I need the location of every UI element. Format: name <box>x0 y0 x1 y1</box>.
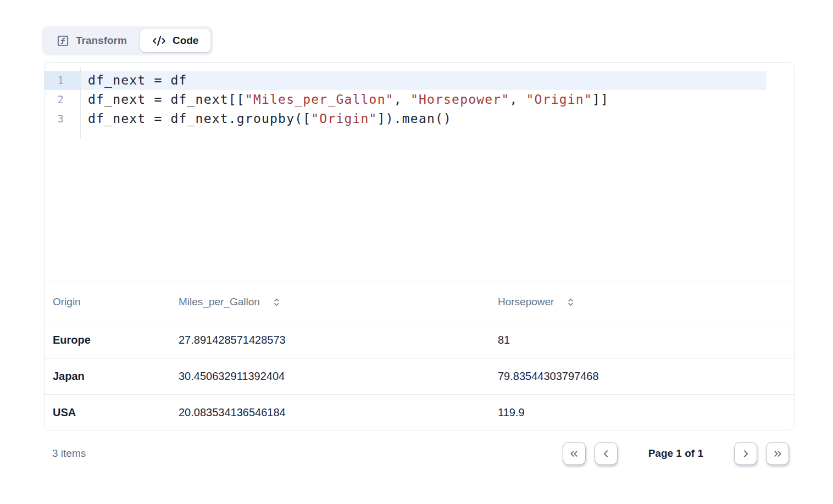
value-cell: 20.083534136546184 <box>170 406 490 419</box>
tab-code-label: Code <box>173 35 199 47</box>
row-index-cell: USA <box>45 406 170 419</box>
function-square-icon <box>57 35 69 47</box>
row-index-cell: Europe <box>45 334 170 346</box>
column-header-miles_per_gallon[interactable]: Miles_per_Gallon <box>170 296 490 308</box>
line-number: 3 <box>45 109 80 128</box>
last-page-button[interactable] <box>766 442 789 465</box>
value-cell: 79.83544303797468 <box>490 370 794 383</box>
value-cell: 30.450632911392404 <box>170 370 490 383</box>
next-page-button[interactable] <box>734 442 757 465</box>
chevrons-up-down-icon[interactable] <box>566 298 575 307</box>
first-page-button[interactable] <box>563 442 586 465</box>
page-indicator: Page 1 of 1 <box>648 447 703 460</box>
gutter-divider <box>80 68 81 138</box>
column-header-origin: Origin <box>45 296 170 308</box>
code-text: df_next = df_next[["Miles_per_Gallon", "… <box>80 90 609 109</box>
items-count-label: 3 items <box>44 447 86 460</box>
chevrons-left-icon <box>568 448 580 460</box>
previous-page-button[interactable] <box>595 442 618 465</box>
code-text: df_next = df_next.groupby(["Origin"]).me… <box>80 109 452 128</box>
table-row: Europe27.89142857142857381 <box>45 322 794 358</box>
chevrons-right-icon <box>772 448 784 460</box>
table-header-row: OriginMiles_per_GallonHorsepower <box>45 282 794 322</box>
table-row: USA20.083534136546184119.9 <box>45 394 794 430</box>
pagination: Page 1 of 1 <box>563 442 795 465</box>
line-number: 1 <box>45 71 80 90</box>
code-text: df_next = df <box>80 71 187 90</box>
chevron-left-icon <box>600 448 612 460</box>
row-index-cell: Japan <box>45 370 170 383</box>
code-xml-icon <box>152 34 166 48</box>
transform-panel: 1df_next = df2df_next = df_next[["Miles_… <box>44 62 795 430</box>
tab-transform-label: Transform <box>76 35 127 47</box>
tab-code[interactable]: Code <box>140 29 211 52</box>
value-cell: 119.9 <box>490 406 794 419</box>
column-header-horsepower[interactable]: Horsepower <box>490 296 794 308</box>
table-row: Japan30.45063291139240479.83544303797468 <box>45 358 794 394</box>
line-number: 2 <box>45 90 80 109</box>
view-toggle: Transform Code <box>42 26 213 55</box>
code-editor[interactable]: 1df_next = df2df_next = df_next[["Miles_… <box>45 63 794 282</box>
tab-transform[interactable]: Transform <box>45 29 139 52</box>
column-header-label: Horsepower <box>498 296 554 308</box>
value-cell: 81 <box>490 334 794 346</box>
table-footer: 3 items Page 1 of 1 <box>44 430 795 477</box>
chevrons-up-down-icon[interactable] <box>272 298 281 307</box>
code-line-2[interactable]: 2df_next = df_next[["Miles_per_Gallon", … <box>45 90 794 109</box>
code-line-1[interactable]: 1df_next = df <box>45 71 794 90</box>
column-header-label: Miles_per_Gallon <box>179 296 260 308</box>
chevron-right-icon <box>740 448 752 460</box>
value-cell: 27.891428571428573 <box>170 334 490 346</box>
column-header-label: Origin <box>53 296 81 308</box>
code-line-3[interactable]: 3df_next = df_next.groupby(["Origin"]).m… <box>45 109 794 128</box>
